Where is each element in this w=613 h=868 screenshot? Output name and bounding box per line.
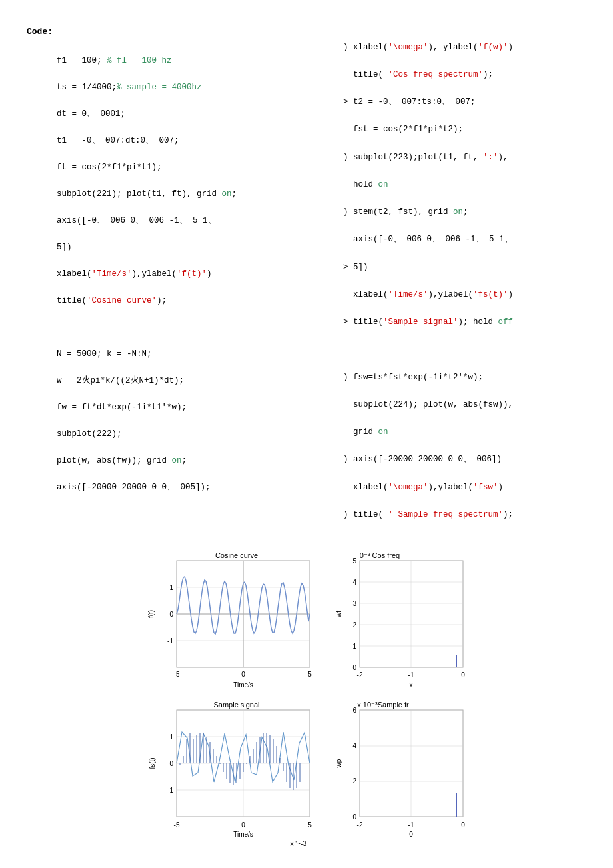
svg-text:2: 2 — [352, 777, 356, 785]
rc-line-1: ) xlabel('\omega'), ylabel('f(w)') — [343, 43, 513, 52]
rc-line-5: ) subplot(223);plot(t1, ft, ':'), — [343, 153, 508, 162]
svg-text:0: 0 — [352, 813, 356, 821]
code-line-5: ft = cos(2*f1*pi*t1); — [57, 163, 162, 172]
svg-rect-97 — [360, 710, 463, 817]
right-column: ) xlabel('\omega'), ylabel('f(w)') title… — [313, 27, 586, 535]
svg-text:-1: -1 — [167, 637, 173, 645]
svg-text:5: 5 — [308, 821, 312, 829]
rc-line-15: ) axis([-20000 20000 0 0、 006]) — [343, 455, 502, 464]
svg-text:Time/s: Time/s — [233, 831, 253, 838]
svg-text:0: 0 — [169, 760, 173, 767]
svg-text:0⁻³ Cos freq: 0⁻³ Cos freq — [360, 551, 400, 559]
svg-text:0: 0 — [409, 831, 413, 838]
rc-line-14: grid on — [343, 427, 388, 437]
svg-text:5: 5 — [308, 671, 312, 678]
code-line-9: xlabel('Time/s'),ylabel('f(t)') — [57, 269, 212, 279]
code-line-13: fw = ft*dt*exp(-1i*t1'*w); — [57, 403, 187, 412]
svg-text:0: 0 — [461, 671, 465, 679]
svg-text:x '~-3: x '~-3 — [291, 840, 307, 847]
svg-rect-19 — [360, 561, 463, 667]
svg-text:0: 0 — [461, 821, 465, 829]
code-line-3: dt = 0、 0001; — [57, 109, 125, 119]
code-line-2: ts = 1/4000;% sample = 4000hz — [57, 83, 202, 92]
svg-text:-2: -2 — [357, 821, 363, 829]
plots-area: Cosine curve 1 — [27, 549, 586, 854]
code-line-10: title('Cosine curve'); — [57, 296, 167, 305]
rc-line-17: ) title( ' Sample freq spectrum'); — [343, 510, 513, 519]
code-line-8: 5]) — [57, 243, 72, 252]
left-column: Code: f1 = 100; % fl = 100 hz ts = 1/400… — [27, 27, 300, 535]
left-code-block: f1 = 100; % fl = 100 hz ts = 1/4000;% sa… — [27, 41, 300, 507]
svg-text:3: 3 — [352, 600, 356, 607]
rc-line-4: fst = cos(2*f1*pi*t2); — [343, 125, 463, 134]
svg-text:-1: -1 — [167, 787, 173, 794]
rc-line-16: xlabel('\omega'),ylabel('fsw') — [343, 483, 503, 492]
svg-text:0: 0 — [241, 821, 245, 829]
plot-cosine-curve: Cosine curve 1 — [147, 549, 326, 698]
main-layout: Code: f1 = 100; % fl = 100 hz ts = 1/400… — [27, 27, 586, 535]
sample-signal-svg: Sample signal — [147, 698, 326, 851]
svg-text:4: 4 — [352, 742, 356, 749]
code-line-16: axis([-20000 20000 0 0、 005]); — [57, 483, 211, 492]
svg-text:1: 1 — [169, 584, 173, 591]
right-code-block: ) xlabel('\omega'), ylabel('f(w)') title… — [313, 27, 586, 535]
rc-line-12: ) fsw=ts*fst*exp(-1i*t2'*w); — [343, 373, 483, 382]
svg-text:wf: wf — [335, 611, 342, 618]
sample-freq-svg: x 10⁻³Sample fr 6 4 2 0 -2 — [333, 698, 466, 851]
svg-text:Time/s: Time/s — [233, 681, 253, 689]
code-line-12: w = 2火pi*k/((2火N+1)*dt); — [57, 376, 184, 385]
svg-text:-5: -5 — [174, 671, 180, 678]
svg-text:1: 1 — [352, 643, 356, 650]
svg-text:2: 2 — [352, 621, 356, 629]
svg-text:f(t): f(t) — [147, 610, 155, 618]
rc-line-2: title( 'Cos freq spectrum'); — [343, 70, 493, 79]
code-line-15: plot(w, abs(fw)); grid on; — [57, 456, 187, 465]
plot-cos-freq: 0⁻³ Cos freq 5 4 3 2 1 — [333, 549, 466, 698]
rc-line-3: > t2 = -0、 007:ts:0、 007; — [343, 97, 476, 107]
svg-text:fs(t): fs(t) — [149, 758, 156, 769]
svg-text:x: x — [410, 681, 413, 689]
svg-text:5: 5 — [352, 557, 356, 565]
code-line-7: axis([-0、 006 0、 006 -1、 5 1、 — [57, 216, 217, 225]
svg-text:Sample signal: Sample signal — [213, 701, 259, 709]
code-line-14: subplot(222); — [57, 429, 122, 439]
svg-text:-1: -1 — [408, 821, 414, 829]
cosine-curve-svg: Cosine curve 1 — [147, 549, 326, 695]
svg-text:wp: wp — [335, 759, 342, 768]
rc-line-9: > 5]) — [343, 263, 368, 272]
svg-text:x 10⁻³Sample fr: x 10⁻³Sample fr — [357, 701, 409, 709]
cos-freq-svg: 0⁻³ Cos freq 5 4 3 2 1 — [333, 549, 466, 695]
svg-text:6: 6 — [352, 707, 356, 714]
rc-line-13: subplot(224); plot(w, abs(fsw)), — [343, 400, 513, 409]
svg-text:-5: -5 — [174, 821, 180, 829]
code-line-11: N = 5000; k = -N:N; — [57, 349, 152, 359]
plots-bottom-row: Sample signal — [147, 698, 466, 854]
code-label: Code: — [27, 27, 300, 37]
code-line-6: subplot(221); plot(t1, ft), grid on; — [57, 189, 237, 199]
svg-text:0: 0 — [169, 611, 173, 618]
rc-line-11: > title('Sample signal'); hold off — [343, 317, 513, 327]
rc-line-7: ) stem(t2, fst), grid on; — [343, 207, 468, 217]
svg-text:1: 1 — [169, 733, 173, 741]
rc-line-6: hold on — [343, 180, 388, 189]
rc-line-10: xlabel('Time/s'),ylabel('fs(t)') — [343, 290, 513, 299]
svg-text:4: 4 — [352, 579, 356, 586]
plot-sample-signal: Sample signal — [147, 698, 326, 854]
svg-text:0: 0 — [241, 671, 245, 678]
plot-sample-freq: x 10⁻³Sample fr 6 4 2 0 -2 — [333, 698, 466, 854]
code-line-4: t1 = -0、 007:dt:0、 007; — [57, 136, 179, 145]
rc-line-8: axis([-0、 006 0、 006 -1、 5 1、 — [343, 235, 513, 244]
svg-text:Cosine curve: Cosine curve — [215, 551, 258, 559]
svg-text:-2: -2 — [357, 671, 363, 679]
svg-text:0: 0 — [352, 664, 356, 671]
code-line-1: f1 = 100; % fl = 100 hz — [57, 56, 172, 65]
svg-text:-1: -1 — [408, 671, 414, 679]
plots-top-row: Cosine curve 1 — [147, 549, 466, 698]
